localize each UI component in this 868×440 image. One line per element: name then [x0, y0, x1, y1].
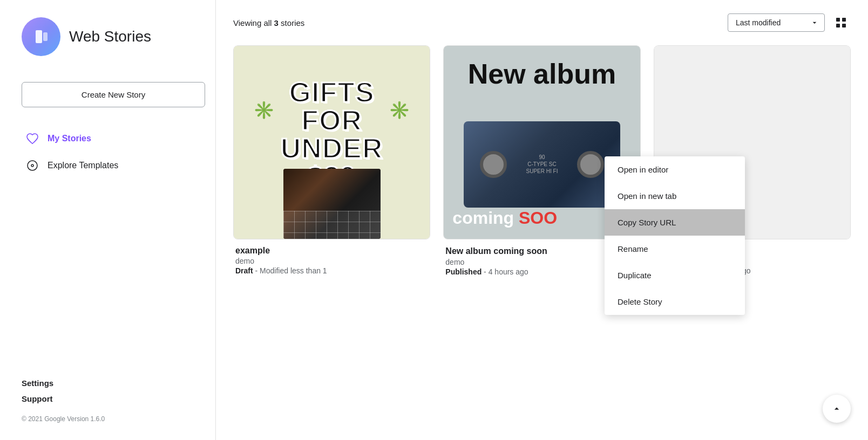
svg-rect-1 — [43, 32, 48, 41]
gifts-star-right-icon: ✳️ — [389, 100, 410, 120]
context-menu-open-new-tab[interactable]: Open in new tab — [605, 183, 745, 209]
cassette-image: 90C-TYPE SCSUPER HI FI — [464, 121, 621, 208]
sidebar-item-my-stories[interactable]: My Stories — [22, 127, 194, 150]
story-info-1: example demo Draft - Modified less than … — [233, 239, 430, 277]
logo-area: Web Stories — [22, 17, 194, 56]
svg-rect-4 — [836, 18, 840, 22]
story-thumbnail-1: ✳️ ✳️ GIFTSFORUNDER$20 — [233, 45, 430, 239]
heart-icon — [26, 132, 39, 145]
gifts-photo-inner — [283, 169, 381, 239]
sort-area: Last modified Name Created — [728, 13, 851, 32]
sort-select[interactable]: Last modified Name Created — [728, 13, 825, 32]
story-card-1[interactable]: ✳️ ✳️ GIFTSFORUNDER$20 example demo Draf… — [233, 45, 430, 278]
album-title: New album — [444, 46, 640, 90]
svg-point-2 — [28, 161, 37, 170]
svg-rect-5 — [842, 18, 846, 22]
svg-point-3 — [31, 164, 33, 167]
my-stories-label: My Stories — [48, 134, 91, 143]
gifts-photo — [283, 169, 381, 239]
coming-soon-text: coming SOO — [452, 208, 557, 228]
cassette-reel-left — [480, 151, 507, 178]
story-count: 3 — [274, 18, 279, 28]
gifts-grid-overlay — [283, 211, 381, 239]
context-menu-open-editor[interactable]: Open in editor — [605, 156, 745, 183]
chevron-up-icon — [831, 403, 842, 414]
scroll-to-top-button[interactable] — [823, 395, 851, 423]
copyright-text: © 2021 Google Version 1.6.0 — [22, 415, 194, 423]
story-name-1: example — [235, 246, 428, 256]
context-menu-copy-url[interactable]: Copy Story URL — [605, 209, 745, 236]
svg-rect-7 — [842, 24, 846, 28]
grid-toggle-button[interactable] — [831, 13, 851, 32]
sidebar-bottom: Settings Support © 2021 Google Version 1… — [22, 375, 194, 423]
context-menu-delete[interactable]: Delete Story — [605, 288, 745, 315]
story-author-1: demo — [235, 257, 428, 265]
context-menu-rename[interactable]: Rename — [605, 236, 745, 262]
context-menu: Open in editor Open in new tab Copy Stor… — [605, 156, 745, 315]
explore-templates-label: Explore Templates — [48, 161, 118, 170]
sidebar-item-explore-templates[interactable]: Explore Templates — [22, 154, 194, 177]
cassette-reel-right — [577, 151, 604, 178]
logo-icon — [22, 17, 60, 56]
compass-icon — [26, 159, 39, 172]
svg-rect-6 — [836, 24, 840, 28]
create-new-story-button[interactable]: Create New Story — [22, 82, 205, 107]
context-menu-duplicate[interactable]: Duplicate — [605, 262, 745, 288]
grid-view-icon — [835, 16, 847, 29]
app-title: Web Stories — [69, 28, 151, 45]
story-status-1: Draft - Modified less than 1 — [235, 266, 428, 275]
main-header: Viewing all 3 stories Last modified Name… — [233, 13, 851, 32]
story-grid: ✳️ ✳️ GIFTSFORUNDER$20 example demo Draf… — [233, 45, 851, 278]
sidebar-nav: My Stories Explore Templates — [22, 127, 194, 181]
gifts-thumbnail: ✳️ ✳️ GIFTSFORUNDER$20 — [234, 46, 430, 239]
cassette-label: 90C-TYPE SCSUPER HI FI — [526, 154, 558, 175]
settings-link[interactable]: Settings — [22, 375, 194, 391]
gifts-star-left-icon: ✳️ — [253, 100, 275, 120]
viewing-count-text: Viewing all 3 stories — [233, 18, 304, 28]
main-content: Viewing all 3 stories Last modified Name… — [216, 0, 868, 440]
svg-rect-0 — [36, 30, 42, 43]
support-link[interactable]: Support — [22, 391, 194, 407]
logo-svg — [31, 27, 51, 46]
sidebar: Web Stories Create New Story My Stories … — [0, 0, 216, 440]
